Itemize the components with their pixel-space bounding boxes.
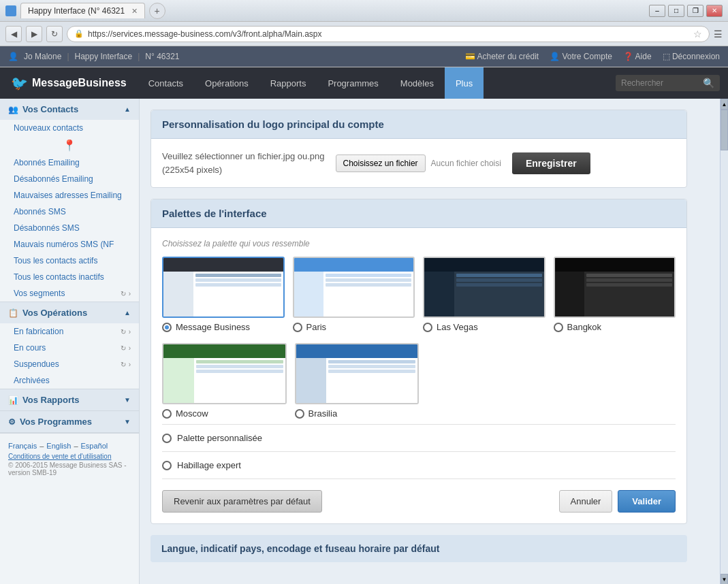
sidebar-item-en-fabrication[interactable]: En fabrication ↻ ›	[0, 323, 139, 340]
palette-item-moscow[interactable]: Moscow	[162, 343, 287, 419]
palette-item-paris[interactable]: Paris	[293, 257, 415, 332]
bookmark-icon[interactable]: ☆	[693, 29, 702, 39]
palette-thumb-paris	[293, 257, 415, 318]
user-name: Jo Malone	[24, 52, 61, 61]
palette-item-brasilia[interactable]: Brasilia	[295, 343, 420, 419]
search-icon[interactable]: 🔍	[703, 78, 714, 88]
sidebar-contacts-header[interactable]: 👥 Vos Contacts ▲	[0, 99, 139, 120]
segments-refresh-icon[interactable]: ↻	[121, 290, 126, 297]
sidebar-item-contacts-inactifs[interactable]: Tous les contacts inactifs	[0, 269, 139, 285]
sidebar-item-desabonnes-sms[interactable]: Désabonnés SMS	[0, 220, 139, 236]
nav-item-programmes[interactable]: Programmes	[317, 67, 389, 99]
sidebar-rapports-header[interactable]: 📊 Vos Rapports ▼	[0, 389, 139, 410]
cancel-btn[interactable]: Annuler	[559, 490, 613, 513]
nav-item-plus[interactable]: Plus	[445, 67, 484, 99]
nav-item-contacts[interactable]: Contacts	[138, 67, 194, 99]
nav-item-rapports[interactable]: Rapports	[259, 67, 317, 99]
validate-btn[interactable]: Valider	[618, 490, 676, 513]
close-btn[interactable]: ✕	[706, 5, 723, 17]
back-btn[interactable]: ◀	[5, 26, 22, 42]
logo[interactable]: 🐦 MessageBusiness	[0, 75, 138, 91]
radio-bangkok[interactable]	[554, 323, 563, 332]
sidebar-item-contacts-actifs[interactable]: Tous les contacts actifs	[0, 253, 139, 269]
lang-fr-link[interactable]: Français	[8, 442, 37, 450]
fabrication-refresh-icon[interactable]: ↻	[121, 328, 126, 336]
scroll-up-btn[interactable]: ▲	[721, 99, 728, 110]
radio-moscow[interactable]	[162, 409, 172, 419]
scrollbar[interactable]: ▲ ▼	[720, 99, 728, 584]
encours-refresh-icon[interactable]: ↻	[121, 344, 126, 352]
sidebar-item-nouveaux-contacts[interactable]: Nouveaux contacts	[0, 120, 139, 136]
palette-item-las-vegas[interactable]: Las Vegas	[423, 257, 545, 332]
sidebar-item-desabonnes-email[interactable]: Désabonnés Emailing	[0, 171, 139, 187]
radio-paris[interactable]	[293, 323, 302, 332]
palette-expert-label: Habillage expert	[177, 460, 241, 470]
suspendues-refresh-icon[interactable]: ↻	[121, 361, 126, 368]
sidebar-item-suspendues[interactable]: Suspendues ↻ ›	[0, 356, 139, 372]
browser-menu-icon[interactable]: ☰	[714, 29, 723, 39]
restore-btn[interactable]: ❐	[687, 5, 703, 17]
encours-chevron-icon[interactable]: ›	[129, 344, 131, 352]
sidebar-item-vos-segments[interactable]: Vos segments ↻ ›	[0, 285, 139, 302]
new-tab-btn[interactable]: +	[149, 3, 165, 19]
tab-title[interactable]: Happy Interface (N° 46321 ✕	[20, 3, 145, 18]
radio-message-business[interactable]	[162, 323, 172, 332]
sidebar-operations-header[interactable]: 📋 Vos Opérations ▲	[0, 302, 139, 323]
palette-option-custom[interactable]: Palette personnalisée	[162, 427, 676, 449]
forward-btn[interactable]: ▶	[26, 26, 42, 42]
segments-chevron-icon[interactable]: ›	[129, 290, 131, 297]
logout-link[interactable]: ⬚ Déconnexion	[663, 52, 720, 61]
help-link[interactable]: ❓ Aide	[623, 52, 652, 61]
operations-section-icon: 📋	[8, 308, 18, 318]
sidebar-item-abonnes-sms[interactable]: Abonnés SMS	[0, 204, 139, 220]
palette-option-expert[interactable]: Habillage expert	[162, 455, 676, 476]
scroll-track[interactable]	[721, 110, 728, 574]
palette-grid-top: Message Business	[162, 257, 676, 332]
help-icon: ❓	[623, 52, 633, 61]
sidebar-item-mauvais-numeros[interactable]: Mauvais numéros SMS (NF	[0, 236, 139, 253]
palette-item-bangkok[interactable]: Bangkok	[554, 257, 676, 332]
scroll-down-btn[interactable]: ▼	[721, 574, 728, 584]
account-link[interactable]: 👤 Votre Compte	[550, 52, 612, 61]
suspendues-chevron-icon[interactable]: ›	[129, 361, 131, 368]
radio-las-vegas[interactable]	[423, 323, 432, 332]
radio-brasilia[interactable]	[295, 409, 304, 419]
sidebar-programmes-header[interactable]: ⚙ Vos Programmes ▼	[0, 411, 139, 432]
tab-close-btn[interactable]: ✕	[131, 7, 138, 15]
save-logo-btn[interactable]: Enregistrer	[512, 152, 590, 174]
logo-section-header: Personnalisation du logo principal du co…	[151, 110, 686, 139]
app: 🐦 MessageBusiness Contacts Opérations Ra…	[0, 67, 728, 584]
nav-bar: ◀ ▶ ↻ 🔒 https://services.message-busines…	[0, 22, 728, 46]
minimize-btn[interactable]: –	[649, 5, 665, 17]
choose-file-btn[interactable]: Choisissez un fichier	[336, 155, 426, 172]
palette-section-body: Choisissez la palette qui vous ressemble	[151, 228, 686, 523]
nav-item-operations[interactable]: Opérations	[194, 67, 259, 99]
programmes-section-icon: ⚙	[8, 417, 16, 427]
lang-es-link[interactable]: Español	[81, 442, 108, 450]
search-input[interactable]	[621, 78, 703, 88]
url-bar[interactable]: 🔒 https://services.message-business.com/…	[67, 26, 710, 42]
search-box[interactable]: 🔍	[616, 75, 720, 91]
scroll-thumb[interactable]	[721, 110, 728, 150]
maximize-btn[interactable]: □	[668, 5, 684, 17]
buy-credit-link[interactable]: 💳 Acheter du crédit	[465, 52, 539, 61]
radio-expert[interactable]	[162, 461, 172, 470]
title-bar: Happy Interface (N° 46321 ✕ + – □ ❐ ✕	[0, 0, 728, 22]
contacts-chevron-icon: ▲	[124, 106, 131, 113]
url-text: https://services.message-business.com/v3…	[88, 29, 322, 39]
radio-custom[interactable]	[162, 434, 172, 443]
lang-section: Langue, indicatif pays, encodage et fuse…	[151, 535, 687, 562]
lang-en-link[interactable]: English	[46, 442, 71, 450]
palette-item-message-business[interactable]: Message Business	[162, 257, 285, 332]
fabrication-chevron-icon[interactable]: ›	[129, 328, 131, 336]
legal-link[interactable]: Conditions de vente et d'utilisation	[8, 453, 131, 460]
sidebar-item-abonnes-email[interactable]: Abonnés Emailing	[0, 155, 139, 171]
sidebar-item-archivees[interactable]: Archivées	[0, 372, 139, 389]
favicon	[5, 5, 16, 16]
nav-item-modeles[interactable]: Modèles	[390, 67, 445, 99]
sidebar-item-mauvaises-adresses[interactable]: Mauvaises adresses Emailing	[0, 187, 139, 204]
reset-defaults-btn[interactable]: Revenir aux paramètres par défaut	[162, 490, 322, 513]
reload-btn[interactable]: ↻	[46, 26, 63, 42]
sidebar-item-en-cours[interactable]: En cours ↻ ›	[0, 340, 139, 356]
sidebar-section-contacts: 👥 Vos Contacts ▲ Nouveaux contacts 📍 Abo…	[0, 99, 139, 302]
